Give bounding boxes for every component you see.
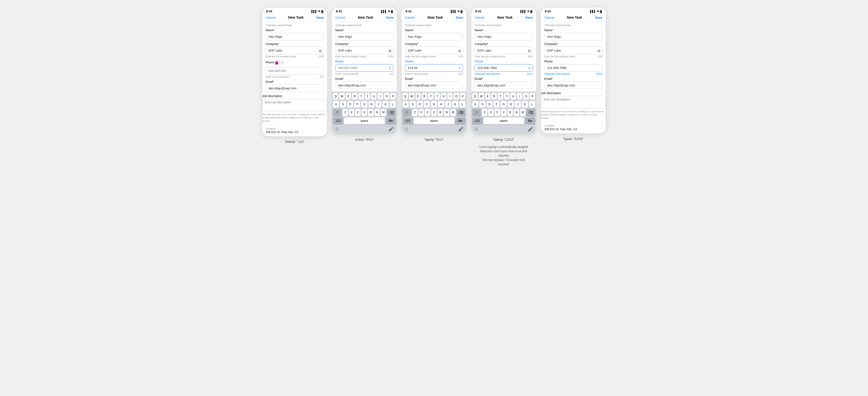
email-input[interactable] [335, 82, 393, 89]
emoji-icon[interactable]: ☺ [404, 127, 409, 132]
key-space[interactable]: space [414, 117, 454, 124]
key-h[interactable]: H [438, 101, 444, 108]
key-y[interactable]: Y [365, 93, 370, 100]
key-z[interactable]: Z [343, 109, 348, 116]
phone-input[interactable] [475, 64, 533, 72]
key-123[interactable]: 123 [403, 117, 413, 124]
key-p[interactable]: P [391, 93, 396, 100]
key-h[interactable]: H [368, 101, 374, 108]
key-i[interactable]: I [378, 93, 383, 100]
key-go[interactable]: Go [385, 117, 396, 124]
key-j[interactable]: J [515, 101, 521, 108]
key-a[interactable]: A [472, 101, 478, 108]
key-y[interactable]: Y [434, 93, 440, 100]
key-h[interactable]: H [508, 101, 514, 108]
key-q[interactable]: Q [333, 93, 338, 100]
key-g[interactable]: G [431, 101, 437, 108]
email-input[interactable] [544, 82, 602, 89]
mic-icon[interactable]: 🎤 [528, 126, 533, 132]
key-z[interactable]: Z [482, 109, 487, 116]
key-j[interactable]: J [375, 101, 381, 108]
key-t[interactable]: T [498, 93, 503, 100]
key-a[interactable]: A [333, 101, 339, 108]
key-e[interactable]: E [415, 93, 421, 100]
clear-icon[interactable]: ⊗ [458, 66, 461, 70]
save-button[interactable]: Save [386, 16, 393, 19]
job-desc-input[interactable] [541, 96, 606, 109]
key-v[interactable]: V [431, 109, 437, 116]
key-c[interactable]: C [494, 109, 500, 116]
company-input[interactable] [544, 47, 602, 54]
key-n[interactable]: N [374, 109, 380, 116]
key-r[interactable]: R [422, 93, 427, 100]
key-a[interactable]: A [403, 101, 409, 108]
key-k[interactable]: K [522, 101, 528, 108]
key-c[interactable]: C [425, 109, 430, 116]
key-t[interactable]: T [359, 93, 364, 100]
cancel-button[interactable]: Cancel [405, 16, 415, 19]
save-button[interactable]: Save [595, 16, 602, 19]
key-b[interactable]: B [507, 109, 513, 116]
key-p[interactable]: P [460, 93, 465, 100]
key-go[interactable]: Go [455, 117, 465, 124]
email-input[interactable] [266, 85, 324, 92]
email-input[interactable] [405, 82, 463, 89]
name-input[interactable] [544, 33, 602, 40]
key-x[interactable]: X [488, 109, 494, 116]
save-button[interactable]: Save [456, 16, 463, 19]
key-n[interactable]: N [444, 109, 450, 116]
delete-key[interactable]: ⌫ [526, 109, 535, 116]
clear-icon[interactable]: ⊗ [389, 66, 392, 70]
key-z[interactable]: Z [412, 109, 417, 116]
phone-input[interactable] [266, 67, 324, 74]
key-d[interactable]: D [417, 101, 423, 108]
key-r[interactable]: R [491, 93, 497, 100]
key-u[interactable]: U [510, 93, 516, 100]
phone-input[interactable] [335, 64, 393, 72]
key-d[interactable]: D [347, 101, 353, 108]
key-v[interactable]: V [501, 109, 506, 116]
key-q[interactable]: Q [472, 93, 477, 100]
mic-icon[interactable]: 🎤 [389, 126, 394, 132]
key-d[interactable]: D [487, 101, 493, 108]
shift-key[interactable]: ⇧ [403, 109, 411, 116]
name-input[interactable] [475, 33, 533, 40]
key-f[interactable]: F [354, 101, 360, 108]
key-w[interactable]: W [409, 93, 414, 100]
key-m[interactable]: M [520, 109, 525, 116]
key-v[interactable]: V [362, 109, 367, 116]
delete-key[interactable]: ⌫ [457, 109, 465, 116]
key-space[interactable]: space [344, 117, 385, 124]
key-u[interactable]: U [441, 93, 446, 100]
key-j[interactable]: J [445, 101, 451, 108]
key-w[interactable]: W [478, 93, 484, 100]
key-r[interactable]: R [352, 93, 357, 100]
phone-input[interactable] [405, 64, 463, 72]
key-g[interactable]: G [361, 101, 367, 108]
save-button[interactable]: Save [316, 16, 324, 19]
name-input[interactable] [266, 33, 324, 40]
key-l[interactable]: L [390, 101, 396, 108]
key-n[interactable]: N [514, 109, 519, 116]
key-i[interactable]: I [447, 93, 453, 100]
key-p[interactable]: P [530, 93, 535, 100]
company-input[interactable] [266, 47, 324, 54]
clear-icon[interactable]: ⊗ [528, 66, 531, 70]
key-s[interactable]: S [479, 101, 485, 108]
key-123[interactable]: 123 [472, 117, 483, 124]
key-k[interactable]: K [382, 101, 389, 108]
emoji-icon[interactable]: ☺ [474, 127, 478, 132]
key-e[interactable]: E [485, 93, 490, 100]
key-m[interactable]: M [451, 109, 456, 116]
key-m[interactable]: M [381, 109, 386, 116]
key-s[interactable]: S [409, 101, 415, 108]
cancel-button[interactable]: Cancel [475, 16, 484, 19]
key-b[interactable]: B [368, 109, 373, 116]
key-s[interactable]: S [340, 101, 346, 108]
key-b[interactable]: B [438, 109, 443, 116]
shift-key[interactable]: ⇧ [333, 109, 342, 116]
key-g[interactable]: G [500, 101, 506, 108]
key-t[interactable]: T [428, 93, 434, 100]
cancel-button[interactable]: Cancel [266, 16, 275, 19]
delete-key[interactable]: ⌫ [387, 109, 396, 116]
